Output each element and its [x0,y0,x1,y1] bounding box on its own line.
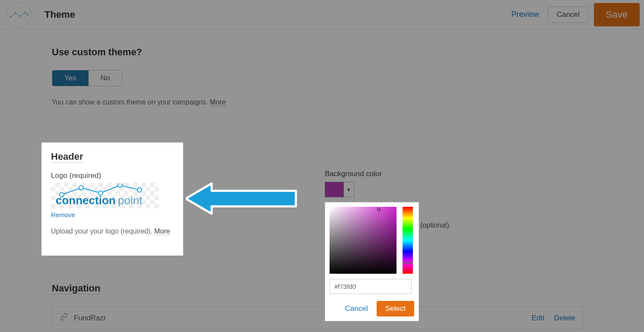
navigation-item-label: FundRazr [74,314,106,323]
svg-point-0 [10,16,11,17]
svg-point-9 [137,188,142,192]
color-saturation-area[interactable] [330,207,397,274]
svg-text:connection: connection [56,194,116,207]
header-logo-panel: Header Logo (required) connection point … [41,142,183,256]
svg-point-3 [24,12,25,13]
navigation-title: Navigation [52,283,100,294]
logo-field-label: Logo (required) [51,171,174,180]
custom-theme-toggle: Yes No [52,70,122,86]
section-divider [52,130,592,130]
custom-theme-question: Use custom theme? [52,47,592,58]
color-select-button[interactable]: Select [377,301,414,316]
logo-remove-link[interactable]: Remove [51,211,75,218]
svg-marker-12 [186,183,296,214]
logo-preview[interactable]: connection point [51,183,159,209]
color-dropdown-toggle[interactable]: ▼ [344,182,354,197]
svg-point-8 [118,183,122,187]
bg-optional-text: (optional). [420,221,451,229]
org-avatar[interactable] [6,2,32,27]
link-icon [60,313,68,323]
toggle-yes[interactable]: Yes [52,70,89,86]
more-link[interactable]: More [210,98,225,106]
svg-point-4 [27,14,28,15]
header-section-title: Header [51,151,83,163]
preview-link[interactable]: Preview [511,10,539,19]
custom-theme-helper: You can show a custom theme on your camp… [52,98,592,106]
color-hue-slider[interactable] [403,207,413,274]
cancel-button[interactable]: Cancel [548,6,589,23]
nav-delete-link[interactable]: Delete [554,314,575,323]
svg-point-6 [79,186,83,190]
navigation-item-row: FundRazr Edit · Delete [52,307,584,329]
svg-point-1 [15,13,16,14]
connectionpoint-logo-icon: connection point [53,183,157,208]
nav-edit-link[interactable]: Edit [532,314,544,323]
page-title: Theme [44,9,75,20]
topbar: Theme Preview Cancel Save [0,0,644,29]
save-button[interactable]: Save [594,3,640,26]
color-cancel-button[interactable]: Cancel [343,301,370,316]
toggle-no[interactable]: No [89,70,122,86]
hex-input[interactable] [330,279,412,294]
svg-text:point: point [118,194,143,207]
content-area: Use custom theme? Yes No You can show a … [0,29,644,130]
navigation-section: Navigation FundRazr Edit · Delete [52,283,584,329]
logo-upload-hint: Upload your your logo (required). More [51,228,174,235]
color-swatch-control[interactable]: ▼ [325,182,382,197]
background-color-field: Background color ▼ [325,170,382,197]
color-picker-popup: Cancel Select [325,202,419,321]
logo-more-link[interactable]: More [154,228,170,235]
color-swatch[interactable] [325,182,344,197]
callout-arrow-icon [186,181,298,216]
svg-point-2 [19,16,21,17]
hue-handle[interactable] [403,262,413,264]
background-color-label: Background color [325,170,382,178]
connectionpoint-mini-logo-icon [10,10,29,19]
sv-handle[interactable] [377,208,381,211]
